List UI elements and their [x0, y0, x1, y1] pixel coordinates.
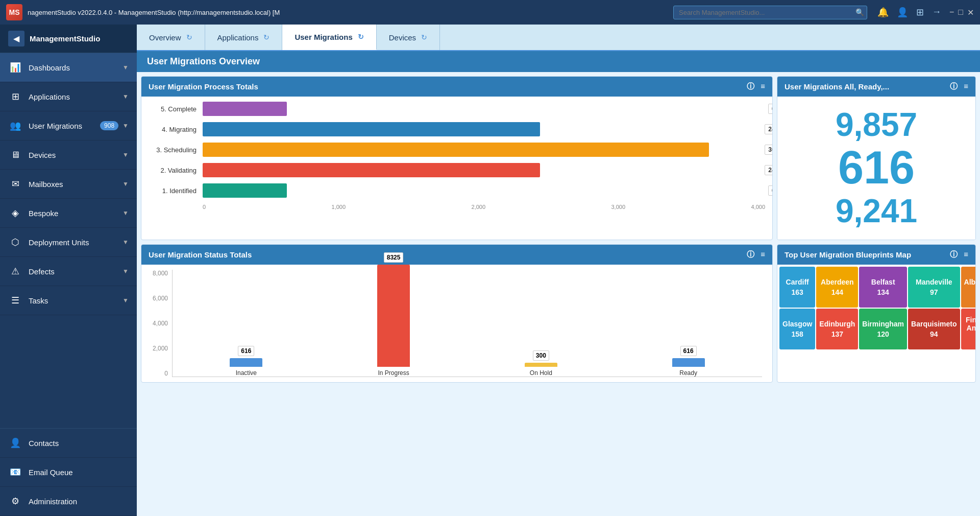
tab-applications[interactable]: Applications ↻	[205, 25, 283, 50]
sidebar-label-devices: Devices	[29, 151, 122, 159]
sidebar-item-user-migrations[interactable]: 👥 User Migrations 908 ▼	[0, 111, 137, 140]
applications-icon: ⊞	[8, 89, 22, 104]
window-controls: − □ ✕	[949, 8, 974, 17]
status-totals-menu-icon[interactable]: ≡	[761, 250, 765, 260]
tab-devices-refresh[interactable]: ↻	[421, 33, 427, 41]
notification-icon[interactable]: 🔔	[877, 7, 889, 18]
tabs-bar: Overview ↻ Applications ↻ User Migration…	[137, 25, 980, 51]
col-label-ready: Ready	[679, 369, 697, 377]
defects-chevron: ▼	[122, 268, 129, 275]
status-chart-body: 0 2,000 4,000 6,000 8,000 616	[141, 265, 772, 382]
big-number-total: 9,857	[836, 107, 917, 143]
applications-chevron: ▼	[122, 93, 129, 100]
sidebar-label-user-migrations: User Migrations	[29, 122, 100, 130]
sidebar-item-dashboards[interactable]: 📊 Dashboards ▼	[0, 53, 137, 82]
process-totals-info-icon[interactable]: ⓘ	[747, 82, 754, 91]
col-val-onhold: 300	[533, 350, 549, 361]
blueprint-cell-birmingham[interactable]: Birmingham 120	[859, 309, 907, 349]
blueprint-cell-albertville[interactable]: Albertville 95	[961, 267, 976, 308]
maximize-btn[interactable]: □	[958, 8, 963, 17]
bar-validating: 2465	[203, 163, 540, 177]
blueprint-map-info-icon[interactable]: ⓘ	[950, 250, 958, 260]
tab-overview-refresh[interactable]: ↻	[186, 33, 192, 41]
sidebar-item-email-queue[interactable]: 📧 Email Queue	[0, 458, 137, 487]
col-bar-inprogress	[377, 265, 410, 367]
sidebar-item-applications[interactable]: ⊞ Applications ▼	[0, 82, 137, 111]
sidebar-item-bespoke[interactable]: ◈ Bespoke ▼	[0, 199, 137, 228]
process-totals-header: User Migration Process Totals ⓘ ≡	[141, 77, 772, 97]
bar-value-identified: 616	[768, 185, 773, 196]
big-numbers-header: User Migrations All, Ready,... ⓘ ≡	[777, 77, 975, 97]
blueprint-cell-glasgow[interactable]: Glasgow 158	[779, 309, 815, 349]
tab-user-migrations[interactable]: User Migrations ↻	[282, 25, 376, 50]
bar-axis: 0 1,000 2,000 3,000 4,000	[141, 204, 765, 210]
sidebar-item-administration[interactable]: ⚙ Administration	[0, 487, 137, 516]
user-migrations-icon: 👥	[8, 119, 22, 133]
deployment-units-icon: ⬡	[8, 235, 22, 249]
big-numbers-info-icon[interactable]: ⓘ	[950, 82, 958, 91]
sidebar-label-bespoke: Bespoke	[29, 209, 122, 218]
sidebar-bottom: 👤 Contacts 📧 Email Queue ⚙ Administratio…	[0, 428, 137, 516]
bar-complete: 616	[203, 102, 287, 116]
y-6000: 6,000	[146, 295, 168, 302]
status-totals-info-icon[interactable]: ⓘ	[747, 250, 754, 260]
sidebar-back-btn[interactable]: ◀	[8, 31, 24, 46]
search-icon[interactable]: 🔍	[855, 8, 864, 16]
bar-row-complete: 5. Complete 616	[141, 102, 765, 116]
tab-applications-label: Applications	[217, 33, 259, 42]
tasks-icon: ☰	[8, 293, 22, 308]
bar-value-complete: 616	[768, 104, 773, 114]
blueprint-map-menu-icon[interactable]: ≡	[964, 250, 968, 260]
minimize-btn[interactable]: −	[949, 8, 954, 17]
big-numbers-menu-icon[interactable]: ≡	[964, 82, 968, 91]
blueprint-grid: Cardiff 163 Aberdeen 144 Belfast 134 M	[777, 265, 975, 351]
blueprint-cell-belfast[interactable]: Belfast 134	[859, 267, 907, 308]
sidebar-item-deployment-units[interactable]: ⬡ Deployment Units ▼	[0, 228, 137, 257]
blueprint-map-card: Top User Migration Blueprints Map ⓘ ≡ Ca…	[777, 244, 976, 383]
blueprint-cell-aberdeen[interactable]: Aberdeen 144	[816, 267, 858, 308]
tab-user-migrations-refresh[interactable]: ↻	[358, 33, 364, 41]
close-btn[interactable]: ✕	[967, 8, 974, 17]
logout-icon[interactable]: →	[932, 7, 941, 18]
process-totals-menu-icon[interactable]: ≡	[761, 82, 765, 91]
blueprint-city-barquisimeto: Barquisimeto	[911, 320, 957, 328]
contacts-icon: 👤	[8, 436, 22, 450]
axis-0: 0	[203, 204, 206, 210]
sidebar-item-mailboxes[interactable]: ✉ Mailboxes ▼	[0, 170, 137, 199]
blueprint-city-edinburgh: Edinburgh	[819, 320, 855, 328]
layout-icon[interactable]: ⊞	[916, 7, 924, 18]
col-bar-onhold	[525, 363, 557, 367]
sidebar-item-devices[interactable]: 🖥 Devices ▼	[0, 140, 137, 170]
defects-icon: ⚠	[8, 264, 22, 278]
bespoke-icon: ◈	[8, 206, 22, 220]
tab-overview[interactable]: Overview ↻	[137, 25, 205, 50]
blueprint-city-albertville: Albertville	[964, 278, 976, 286]
bar-label-identified: 1. Identified	[141, 187, 203, 195]
col-label-inprogress: In Progress	[378, 369, 409, 377]
blueprint-cell-mandeville[interactable]: Mandeville 97	[908, 267, 960, 308]
sidebar-item-contacts[interactable]: 👤 Contacts	[0, 429, 137, 458]
sidebar-item-defects[interactable]: ⚠ Defects ▼	[0, 257, 137, 286]
big-numbers-body: 9,857 616 9,241	[777, 97, 975, 240]
blueprint-cell-cardiff[interactable]: Cardiff 163	[779, 267, 815, 308]
blueprint-city-mandeville: Mandeville	[916, 278, 952, 286]
process-bar-chart: 5. Complete 616 4. Migrating	[141, 97, 772, 215]
y-4000: 4,000	[146, 320, 168, 327]
col-group-inprogress: 8325 In Progress	[377, 252, 410, 377]
sidebar-item-tasks[interactable]: ☰ Tasks ▼	[0, 286, 137, 315]
deployment-units-chevron: ▼	[122, 239, 129, 246]
search-input[interactable]	[673, 6, 867, 19]
user-icon[interactable]: 👤	[897, 7, 908, 18]
tab-devices[interactable]: Devices ↻	[377, 25, 440, 50]
bar-row-scheduling: 3. Scheduling 3696	[141, 143, 765, 157]
status-totals-card: User Migration Status Totals ⓘ ≡ 0 2,000	[141, 244, 773, 383]
dashboard-grid: User Migration Process Totals ⓘ ≡ 5. Com…	[137, 72, 980, 387]
blueprint-cell-barquisimeto[interactable]: Barquisimeto 94	[908, 309, 960, 349]
bar-container-scheduling: 3696	[203, 143, 765, 157]
blueprint-cell-edinburgh[interactable]: Edinburgh 137	[816, 309, 858, 349]
process-totals-icons: ⓘ ≡	[747, 82, 765, 91]
blueprint-cell-financial-analysis[interactable]: Financial Analysis 93	[961, 309, 976, 349]
tab-applications-refresh[interactable]: ↻	[263, 33, 270, 41]
blueprint-city-belfast: Belfast	[871, 278, 895, 286]
col-bar-ready	[672, 358, 705, 367]
